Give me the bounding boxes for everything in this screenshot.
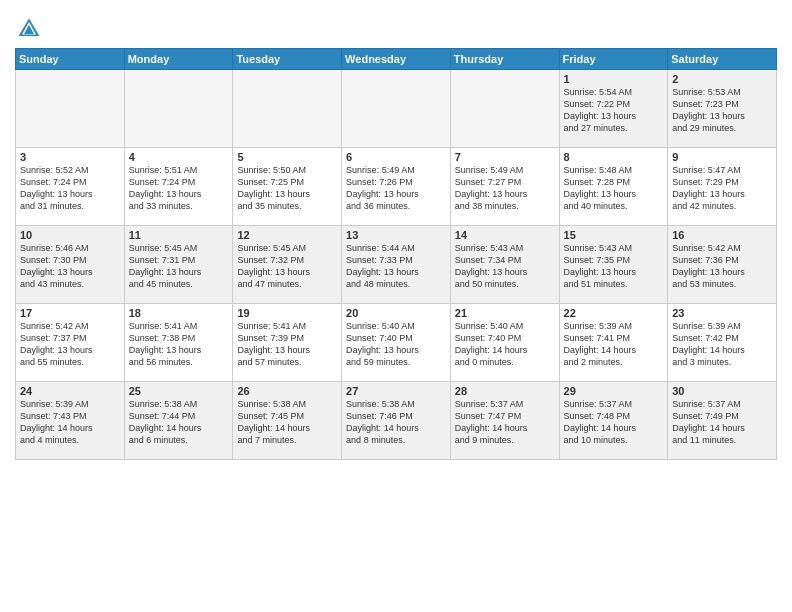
weekday-header-thursday: Thursday — [450, 49, 559, 70]
day-number: 17 — [20, 307, 120, 319]
calendar-cell: 16Sunrise: 5:42 AM Sunset: 7:36 PM Dayli… — [668, 226, 777, 304]
calendar-cell: 3Sunrise: 5:52 AM Sunset: 7:24 PM Daylig… — [16, 148, 125, 226]
day-info: Sunrise: 5:39 AM Sunset: 7:41 PM Dayligh… — [564, 320, 664, 369]
day-number: 23 — [672, 307, 772, 319]
day-info: Sunrise: 5:48 AM Sunset: 7:28 PM Dayligh… — [564, 164, 664, 213]
calendar-cell: 22Sunrise: 5:39 AM Sunset: 7:41 PM Dayli… — [559, 304, 668, 382]
day-number: 27 — [346, 385, 446, 397]
calendar-cell: 30Sunrise: 5:37 AM Sunset: 7:49 PM Dayli… — [668, 382, 777, 460]
day-info: Sunrise: 5:40 AM Sunset: 7:40 PM Dayligh… — [455, 320, 555, 369]
day-info: Sunrise: 5:38 AM Sunset: 7:44 PM Dayligh… — [129, 398, 229, 447]
day-info: Sunrise: 5:44 AM Sunset: 7:33 PM Dayligh… — [346, 242, 446, 291]
day-number: 10 — [20, 229, 120, 241]
day-number: 28 — [455, 385, 555, 397]
calendar-cell: 17Sunrise: 5:42 AM Sunset: 7:37 PM Dayli… — [16, 304, 125, 382]
day-number: 11 — [129, 229, 229, 241]
day-info: Sunrise: 5:49 AM Sunset: 7:27 PM Dayligh… — [455, 164, 555, 213]
calendar-cell — [233, 70, 342, 148]
day-info: Sunrise: 5:37 AM Sunset: 7:47 PM Dayligh… — [455, 398, 555, 447]
day-number: 15 — [564, 229, 664, 241]
weekday-header-friday: Friday — [559, 49, 668, 70]
calendar-cell — [16, 70, 125, 148]
calendar-body: 1Sunrise: 5:54 AM Sunset: 7:22 PM Daylig… — [16, 70, 777, 460]
day-info: Sunrise: 5:51 AM Sunset: 7:24 PM Dayligh… — [129, 164, 229, 213]
calendar-cell: 24Sunrise: 5:39 AM Sunset: 7:43 PM Dayli… — [16, 382, 125, 460]
header — [15, 10, 777, 43]
calendar-cell: 29Sunrise: 5:37 AM Sunset: 7:48 PM Dayli… — [559, 382, 668, 460]
calendar-cell: 1Sunrise: 5:54 AM Sunset: 7:22 PM Daylig… — [559, 70, 668, 148]
weekday-header-row: SundayMondayTuesdayWednesdayThursdayFrid… — [16, 49, 777, 70]
calendar-cell: 14Sunrise: 5:43 AM Sunset: 7:34 PM Dayli… — [450, 226, 559, 304]
calendar-cell: 25Sunrise: 5:38 AM Sunset: 7:44 PM Dayli… — [124, 382, 233, 460]
day-info: Sunrise: 5:45 AM Sunset: 7:32 PM Dayligh… — [237, 242, 337, 291]
day-info: Sunrise: 5:49 AM Sunset: 7:26 PM Dayligh… — [346, 164, 446, 213]
calendar-cell: 10Sunrise: 5:46 AM Sunset: 7:30 PM Dayli… — [16, 226, 125, 304]
calendar-week-row: 1Sunrise: 5:54 AM Sunset: 7:22 PM Daylig… — [16, 70, 777, 148]
calendar-cell: 26Sunrise: 5:38 AM Sunset: 7:45 PM Dayli… — [233, 382, 342, 460]
day-number: 30 — [672, 385, 772, 397]
day-number: 9 — [672, 151, 772, 163]
day-info: Sunrise: 5:41 AM Sunset: 7:38 PM Dayligh… — [129, 320, 229, 369]
weekday-header-tuesday: Tuesday — [233, 49, 342, 70]
day-number: 18 — [129, 307, 229, 319]
calendar-cell: 19Sunrise: 5:41 AM Sunset: 7:39 PM Dayli… — [233, 304, 342, 382]
day-info: Sunrise: 5:50 AM Sunset: 7:25 PM Dayligh… — [237, 164, 337, 213]
day-number: 29 — [564, 385, 664, 397]
calendar-cell: 15Sunrise: 5:43 AM Sunset: 7:35 PM Dayli… — [559, 226, 668, 304]
day-info: Sunrise: 5:52 AM Sunset: 7:24 PM Dayligh… — [20, 164, 120, 213]
calendar-cell: 2Sunrise: 5:53 AM Sunset: 7:23 PM Daylig… — [668, 70, 777, 148]
day-info: Sunrise: 5:45 AM Sunset: 7:31 PM Dayligh… — [129, 242, 229, 291]
day-number: 19 — [237, 307, 337, 319]
day-number: 1 — [564, 73, 664, 85]
calendar-cell — [124, 70, 233, 148]
day-number: 14 — [455, 229, 555, 241]
day-number: 21 — [455, 307, 555, 319]
day-info: Sunrise: 5:38 AM Sunset: 7:46 PM Dayligh… — [346, 398, 446, 447]
calendar-table: SundayMondayTuesdayWednesdayThursdayFrid… — [15, 48, 777, 460]
calendar-cell: 11Sunrise: 5:45 AM Sunset: 7:31 PM Dayli… — [124, 226, 233, 304]
day-info: Sunrise: 5:53 AM Sunset: 7:23 PM Dayligh… — [672, 86, 772, 135]
day-info: Sunrise: 5:43 AM Sunset: 7:34 PM Dayligh… — [455, 242, 555, 291]
calendar-week-row: 17Sunrise: 5:42 AM Sunset: 7:37 PM Dayli… — [16, 304, 777, 382]
day-info: Sunrise: 5:38 AM Sunset: 7:45 PM Dayligh… — [237, 398, 337, 447]
day-info: Sunrise: 5:37 AM Sunset: 7:49 PM Dayligh… — [672, 398, 772, 447]
day-number: 7 — [455, 151, 555, 163]
calendar-cell: 27Sunrise: 5:38 AM Sunset: 7:46 PM Dayli… — [342, 382, 451, 460]
day-number: 12 — [237, 229, 337, 241]
calendar-cell: 4Sunrise: 5:51 AM Sunset: 7:24 PM Daylig… — [124, 148, 233, 226]
day-number: 6 — [346, 151, 446, 163]
day-info: Sunrise: 5:47 AM Sunset: 7:29 PM Dayligh… — [672, 164, 772, 213]
calendar-header: SundayMondayTuesdayWednesdayThursdayFrid… — [16, 49, 777, 70]
day-number: 2 — [672, 73, 772, 85]
day-number: 16 — [672, 229, 772, 241]
calendar-week-row: 24Sunrise: 5:39 AM Sunset: 7:43 PM Dayli… — [16, 382, 777, 460]
calendar-cell — [342, 70, 451, 148]
day-number: 26 — [237, 385, 337, 397]
day-number: 22 — [564, 307, 664, 319]
weekday-header-wednesday: Wednesday — [342, 49, 451, 70]
day-info: Sunrise: 5:39 AM Sunset: 7:43 PM Dayligh… — [20, 398, 120, 447]
calendar-cell: 28Sunrise: 5:37 AM Sunset: 7:47 PM Dayli… — [450, 382, 559, 460]
weekday-header-sunday: Sunday — [16, 49, 125, 70]
calendar-cell: 23Sunrise: 5:39 AM Sunset: 7:42 PM Dayli… — [668, 304, 777, 382]
calendar-cell: 6Sunrise: 5:49 AM Sunset: 7:26 PM Daylig… — [342, 148, 451, 226]
day-number: 3 — [20, 151, 120, 163]
calendar-cell: 5Sunrise: 5:50 AM Sunset: 7:25 PM Daylig… — [233, 148, 342, 226]
calendar-week-row: 10Sunrise: 5:46 AM Sunset: 7:30 PM Dayli… — [16, 226, 777, 304]
calendar-cell: 18Sunrise: 5:41 AM Sunset: 7:38 PM Dayli… — [124, 304, 233, 382]
calendar-cell: 9Sunrise: 5:47 AM Sunset: 7:29 PM Daylig… — [668, 148, 777, 226]
weekday-header-monday: Monday — [124, 49, 233, 70]
day-number: 24 — [20, 385, 120, 397]
day-number: 4 — [129, 151, 229, 163]
calendar-cell: 20Sunrise: 5:40 AM Sunset: 7:40 PM Dayli… — [342, 304, 451, 382]
day-info: Sunrise: 5:41 AM Sunset: 7:39 PM Dayligh… — [237, 320, 337, 369]
calendar-cell: 13Sunrise: 5:44 AM Sunset: 7:33 PM Dayli… — [342, 226, 451, 304]
day-info: Sunrise: 5:43 AM Sunset: 7:35 PM Dayligh… — [564, 242, 664, 291]
day-number: 8 — [564, 151, 664, 163]
logo-icon — [15, 15, 43, 43]
weekday-header-saturday: Saturday — [668, 49, 777, 70]
page-container: SundayMondayTuesdayWednesdayThursdayFrid… — [0, 0, 792, 465]
day-info: Sunrise: 5:39 AM Sunset: 7:42 PM Dayligh… — [672, 320, 772, 369]
day-info: Sunrise: 5:54 AM Sunset: 7:22 PM Dayligh… — [564, 86, 664, 135]
day-info: Sunrise: 5:37 AM Sunset: 7:48 PM Dayligh… — [564, 398, 664, 447]
